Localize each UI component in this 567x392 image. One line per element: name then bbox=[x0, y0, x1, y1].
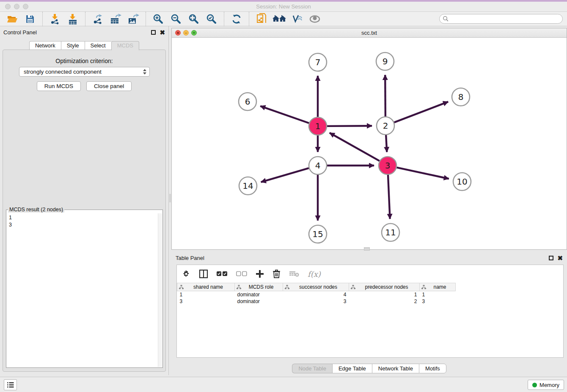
graph-node-11[interactable]: 11 bbox=[382, 224, 399, 241]
graph-node-15[interactable]: 15 bbox=[309, 225, 327, 243]
graph-edge-2-8[interactable] bbox=[394, 102, 449, 122]
table-cell[interactable]: 3 bbox=[283, 298, 349, 305]
graph-node-1[interactable]: 1 bbox=[309, 117, 327, 135]
graph-node-2[interactable]: 2 bbox=[377, 117, 394, 135]
search-input[interactable] bbox=[439, 14, 563, 24]
export-image-icon[interactable] bbox=[127, 13, 140, 25]
zoom-in-icon[interactable] bbox=[151, 13, 165, 25]
run-mcds-button[interactable]: Run MCDS bbox=[37, 81, 81, 91]
table-cell[interactable]: 3 bbox=[420, 298, 456, 305]
save-session-icon[interactable] bbox=[23, 13, 37, 25]
graph-node-7[interactable]: 7 bbox=[309, 53, 327, 71]
graph-edge-4-14[interactable] bbox=[261, 168, 309, 182]
export-table-icon[interactable] bbox=[109, 13, 122, 25]
graph-edge-1-2[interactable] bbox=[327, 126, 372, 126]
table-cell[interactable]: dominator bbox=[235, 298, 283, 305]
clone-network-icon[interactable] bbox=[255, 13, 268, 25]
toolbar-separator bbox=[249, 12, 249, 26]
table-cell[interactable]: 1 bbox=[420, 291, 456, 298]
splitter-handle-horizontal[interactable] bbox=[364, 247, 370, 251]
network-canvas[interactable]: 7968124314101511 bbox=[172, 38, 567, 249]
graph-node-14[interactable]: 14 bbox=[239, 177, 257, 195]
zoom-out-icon[interactable] bbox=[169, 13, 183, 25]
column-tree-icon bbox=[421, 285, 426, 290]
node-table[interactable]: shared nameMCDS rolesuccessor nodesprede… bbox=[177, 283, 563, 305]
export-network-icon[interactable] bbox=[91, 13, 105, 25]
table-cell[interactable]: dominator bbox=[235, 291, 283, 298]
svg-text:11: 11 bbox=[385, 227, 396, 237]
graph-node-3[interactable]: 3 bbox=[379, 157, 396, 174]
close-panel-icon[interactable]: ✖ bbox=[160, 30, 165, 35]
column-header-MCDS-role[interactable]: MCDS role bbox=[235, 283, 283, 291]
graph-node-6[interactable]: 6 bbox=[239, 93, 256, 110]
graph-edge-2-3[interactable] bbox=[386, 135, 387, 152]
memory-button[interactable]: Memory bbox=[528, 380, 564, 390]
column-header-shared-name[interactable]: shared name bbox=[177, 283, 235, 291]
mcds-result-text[interactable]: 1 3 bbox=[7, 213, 157, 367]
criterion-selected-value: strongly connected component bbox=[24, 69, 102, 75]
table-cell[interactable]: 3 bbox=[177, 298, 235, 305]
delete-icon[interactable] bbox=[272, 269, 281, 279]
tab-select[interactable]: Select bbox=[85, 41, 111, 50]
panel-list-button[interactable] bbox=[4, 379, 17, 390]
mcds-tab-content: Optimization criterion: strongly connect… bbox=[3, 50, 166, 372]
graph-edge-1-6[interactable] bbox=[260, 106, 309, 123]
column-header-name[interactable]: name bbox=[420, 283, 456, 291]
tab-network[interactable]: Network bbox=[29, 41, 61, 50]
select-all-checkbox-icon[interactable] bbox=[217, 271, 228, 277]
svg-text:6: 6 bbox=[245, 97, 250, 107]
table-toolbar: f(x) bbox=[177, 265, 563, 283]
tab-mcds[interactable]: MCDS bbox=[111, 41, 139, 50]
home-icon[interactable] bbox=[272, 13, 286, 25]
table-cell[interactable]: 1 bbox=[177, 291, 235, 298]
graph-node-4[interactable]: 4 bbox=[309, 157, 327, 174]
float-table-panel-icon[interactable] bbox=[549, 256, 553, 260]
table-cell[interactable]: 2 bbox=[349, 298, 420, 305]
tab-network-table[interactable]: Network Table bbox=[372, 364, 419, 373]
splitter-handle-vertical[interactable] bbox=[169, 194, 171, 202]
eye-icon[interactable] bbox=[308, 13, 322, 25]
column-header-predecessor-nodes[interactable]: predecessor nodes bbox=[349, 283, 420, 291]
graph-node-10[interactable]: 10 bbox=[453, 173, 471, 190]
mcds-result-scrollbar[interactable] bbox=[158, 213, 162, 367]
table-row[interactable]: 1dominator411 bbox=[177, 291, 564, 298]
float-panel-icon[interactable] bbox=[151, 30, 156, 35]
add-icon[interactable] bbox=[256, 270, 264, 278]
table-cell[interactable]: 4 bbox=[283, 291, 349, 298]
svg-text:10: 10 bbox=[457, 177, 467, 187]
svg-text:7: 7 bbox=[315, 57, 321, 67]
table-cell[interactable]: 1 bbox=[349, 291, 420, 298]
open-session-icon[interactable] bbox=[6, 13, 19, 25]
function-builder-icon[interactable]: f(x) bbox=[308, 270, 321, 279]
column-header-successor-nodes[interactable]: successor nodes bbox=[283, 283, 349, 291]
close-panel-button[interactable]: Close panel bbox=[86, 81, 132, 91]
columns-icon[interactable] bbox=[199, 269, 208, 279]
table-panel-title: Table Panel bbox=[176, 255, 204, 261]
criterion-select[interactable]: strongly connected component bbox=[19, 67, 150, 77]
hide-glasses-icon[interactable] bbox=[290, 13, 304, 25]
import-table-icon[interactable] bbox=[66, 13, 80, 25]
graph-edge-3-1[interactable] bbox=[330, 133, 380, 161]
refresh-icon[interactable] bbox=[230, 13, 243, 25]
delete-table-icon[interactable] bbox=[289, 271, 299, 277]
graph-edge-3-11[interactable] bbox=[388, 175, 390, 219]
close-table-panel-icon[interactable]: ✖ bbox=[557, 256, 563, 260]
status-bar: Memory bbox=[0, 377, 567, 392]
import-network-icon[interactable] bbox=[48, 13, 62, 25]
graph-node-8[interactable]: 8 bbox=[452, 88, 470, 106]
graph-edge-3-10[interactable] bbox=[397, 168, 449, 179]
tab-style[interactable]: Style bbox=[61, 41, 85, 50]
tab-node-table[interactable]: Node Table bbox=[292, 364, 332, 373]
graph-edge-2-9[interactable] bbox=[385, 75, 385, 116]
table-row[interactable]: 3dominator323 bbox=[177, 298, 564, 305]
main-toolbar bbox=[0, 12, 567, 26]
tab-motifs[interactable]: Motifs bbox=[419, 364, 446, 373]
zoom-selected-icon[interactable] bbox=[205, 13, 218, 25]
zoom-fit-icon[interactable] bbox=[187, 13, 201, 25]
tab-edge-table[interactable]: Edge Table bbox=[332, 364, 372, 373]
deselect-all-checkbox-icon[interactable] bbox=[236, 271, 247, 277]
svg-text:14: 14 bbox=[242, 181, 253, 191]
toolbar-separator bbox=[224, 12, 224, 26]
graph-node-9[interactable]: 9 bbox=[376, 52, 394, 70]
gear-icon[interactable] bbox=[182, 270, 190, 278]
